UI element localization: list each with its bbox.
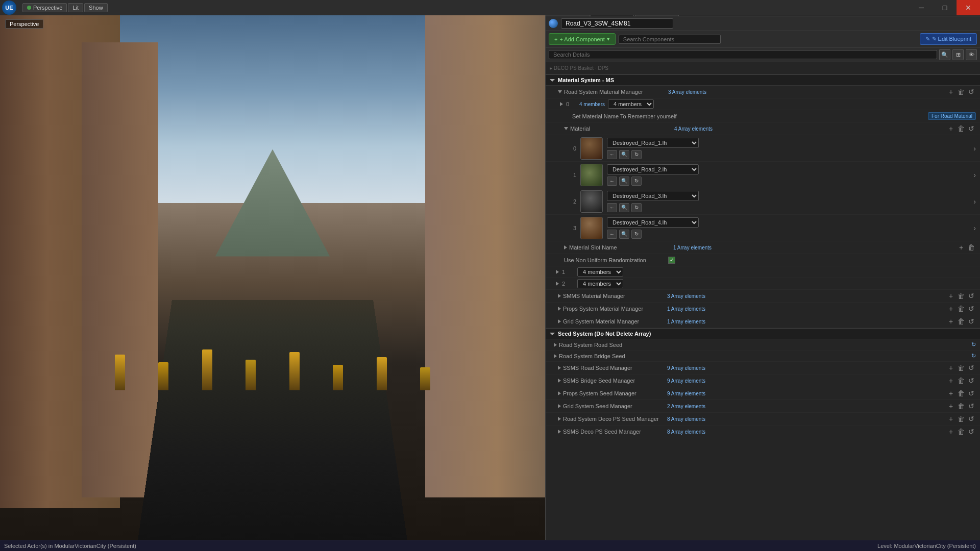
material-slot-name-row[interactable]: Material Slot Name 1 Array elements + 🗑 (546, 241, 980, 254)
search-details-input[interactable] (549, 50, 937, 59)
bridge-seed-icon[interactable]: ↻ (971, 353, 976, 359)
road-material-manager-row[interactable]: Road System Material Manager 3 Array ele… (546, 86, 980, 98)
road-bridge-seed-row[interactable]: Road System Bridge Seed ↻ (546, 350, 980, 362)
mat-refresh-btn-0[interactable]: ↻ (631, 150, 642, 159)
mat-name-dropdown-1[interactable]: Destroyed_Road_2.lh (607, 164, 699, 174)
d1-members-select[interactable]: 4 members (577, 267, 623, 277)
ssms-bridge-seed-reset-btn[interactable]: ↺ (967, 376, 976, 385)
d1-row[interactable]: 1 4 members (546, 266, 980, 278)
props-seed-reset-btn[interactable]: ↺ (967, 389, 976, 398)
props-mat-del-btn[interactable]: 🗑 (957, 304, 966, 313)
road-mat-reset-btn[interactable]: ↺ (967, 87, 976, 96)
props-material-manager-row[interactable]: Props System Material Manager 1 Array el… (546, 303, 980, 315)
ssms-road-seed-reset-btn[interactable]: ↺ (967, 363, 976, 372)
material-add-btn[interactable]: + (946, 124, 955, 133)
ssms-road-seed-del-btn[interactable]: 🗑 (957, 363, 966, 372)
material-system-section-header[interactable]: Material System - MS (546, 74, 980, 86)
mat-back-btn-1[interactable]: ← (607, 177, 617, 186)
search-details-btn[interactable]: 🔍 (939, 49, 950, 60)
mat-name-dropdown-0[interactable]: Destroyed_Road_1.lh (607, 138, 699, 148)
road-seed-icon[interactable]: ↻ (971, 341, 976, 348)
smms-mat-reset-btn[interactable]: ↺ (967, 291, 976, 300)
road-deco-seed-add-btn[interactable]: + (946, 414, 955, 423)
props-seed-add-btn[interactable]: + (946, 389, 955, 398)
mat-slot-add-btn[interactable]: + (957, 243, 966, 252)
edit-blueprint-btn[interactable]: ✎ ✎ Edit Blueprint (920, 33, 977, 45)
mat-back-btn-2[interactable]: ← (607, 203, 617, 212)
component-name-input[interactable] (561, 18, 673, 29)
use-non-uniform-checkbox[interactable]: ✓ (668, 257, 675, 264)
mat-back-btn-0[interactable]: ← (607, 150, 617, 159)
d2-members-select[interactable]: 4 members (577, 279, 623, 288)
mat-search-btn-1[interactable]: 🔍 (619, 177, 629, 186)
viewport-lighting-btn[interactable]: Lit (68, 3, 83, 12)
mat-back-btn-3[interactable]: ← (607, 230, 617, 239)
mat-slot-del-btn[interactable]: 🗑 (967, 243, 976, 252)
road-mat-add-btn[interactable]: + (946, 87, 955, 96)
material-reset-btn[interactable]: ↺ (967, 124, 976, 133)
grid-seed-manager-row[interactable]: Grid System Seed Manager 2 Array element… (546, 400, 980, 413)
ssms-deco-seed-add-btn[interactable]: + (946, 427, 955, 436)
ssms-deco-seed-row[interactable]: SSMS Deco PS Seed Manager 8 Array elemen… (546, 425, 980, 438)
mat-expand-0[interactable]: › (973, 144, 976, 153)
mat-refresh-btn-3[interactable]: ↻ (631, 230, 642, 239)
props-mat-add-btn[interactable]: + (946, 304, 955, 313)
close-btn[interactable]: ✕ (957, 0, 980, 15)
props-mat-reset-btn[interactable]: ↺ (967, 304, 976, 313)
road-mat-del-btn[interactable]: 🗑 (957, 87, 966, 96)
ssms-bridge-seed-row[interactable]: SSMS Bridge Seed Manager 9 Array element… (546, 374, 980, 387)
seed-system-section-header[interactable]: Seed System (Do Not Delete Array) (546, 328, 980, 339)
grid-mat-del-btn[interactable]: 🗑 (957, 317, 966, 326)
ssms-bridge-seed-del-btn[interactable]: 🗑 (957, 376, 966, 385)
view-toggle-btn[interactable]: ⊞ (952, 49, 964, 60)
smms-material-manager-row[interactable]: SMMS Material Manager 3 Array elements +… (546, 290, 980, 303)
road-deco-seed-row[interactable]: Road System Deco PS Seed Manager 8 Array… (546, 413, 980, 425)
add-component-btn[interactable]: + + Add Component ▾ (549, 33, 616, 45)
mat-refresh-btn-2[interactable]: ↻ (631, 203, 642, 212)
search-components-input[interactable] (619, 35, 721, 44)
mat-expand-2[interactable]: › (973, 197, 976, 206)
ssms-road-seed-row[interactable]: SSMS Road Seed Manager 9 Array elements … (546, 362, 980, 374)
road-road-seed-row[interactable]: Road System Road Seed ↻ (546, 339, 980, 350)
smms-mat-add-btn[interactable]: + (946, 291, 955, 300)
viewport-show-btn[interactable]: Show (84, 3, 108, 12)
mat-search-btn-0[interactable]: 🔍 (619, 150, 629, 159)
grid-mat-reset-btn[interactable]: ↺ (967, 317, 976, 326)
viewport-mode-btn[interactable]: Perspective (22, 3, 67, 12)
grid-mat-add-btn[interactable]: + (946, 317, 955, 326)
grid-material-manager-row[interactable]: Grid System Material Manager 1 Array ele… (546, 315, 980, 328)
d2-row[interactable]: 2 4 members (546, 278, 980, 290)
mat-name-dropdown-2[interactable]: Destroyed_Road_3.lh (607, 191, 699, 201)
viewport[interactable]: Perspective (0, 15, 545, 551)
eye-toggle-btn[interactable]: 👁 (966, 49, 977, 60)
maximize-btn[interactable]: □ (933, 0, 957, 15)
ssms-deco-seed-reset-btn[interactable]: ↺ (967, 427, 976, 436)
material-subsection-row[interactable]: Material 4 Array elements + 🗑 ↺ (546, 122, 980, 135)
ssms-road-seed-add-btn[interactable]: + (946, 363, 955, 372)
mat-search-btn-3[interactable]: 🔍 (619, 230, 629, 239)
mat-expand-3[interactable]: › (973, 224, 976, 232)
index0-members-select[interactable]: 4 members (608, 99, 654, 109)
props-mat-triangle (558, 307, 561, 311)
mat-thumb-2 (580, 190, 603, 213)
minimize-btn[interactable]: ─ (910, 0, 933, 15)
grid-seed-del-btn[interactable]: 🗑 (957, 402, 966, 411)
material-del-btn[interactable]: 🗑 (957, 124, 966, 133)
component-bar (546, 16, 980, 31)
viewport-background (0, 15, 545, 551)
ssms-deco-seed-del-btn[interactable]: 🗑 (957, 427, 966, 436)
props-seed-del-btn[interactable]: 🗑 (957, 389, 966, 398)
details-content[interactable]: ▸ DECO PS Basket · DPS Material System -… (546, 62, 980, 540)
smms-mat-del-btn[interactable]: 🗑 (957, 291, 966, 300)
ssms-bridge-seed-add-btn[interactable]: + (946, 376, 955, 385)
mat-refresh-btn-1[interactable]: ↻ (631, 177, 642, 186)
road-deco-seed-reset-btn[interactable]: ↺ (967, 414, 976, 423)
props-seed-manager-row[interactable]: Props System Seed Manager 9 Array elemen… (546, 387, 980, 400)
mat-expand-1[interactable]: › (973, 171, 976, 179)
mat-name-dropdown-3[interactable]: Destroyed_Road_4.lh (607, 217, 699, 228)
mat-search-btn-2[interactable]: 🔍 (619, 203, 629, 212)
road-mat-index0-row[interactable]: 0 4 members 4 members (546, 98, 980, 110)
road-deco-seed-del-btn[interactable]: 🗑 (957, 414, 966, 423)
grid-seed-add-btn[interactable]: + (946, 402, 955, 411)
grid-seed-reset-btn[interactable]: ↺ (967, 402, 976, 411)
